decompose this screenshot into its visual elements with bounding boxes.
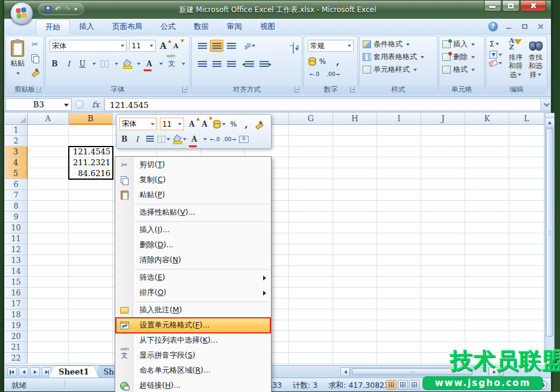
- menu-item-设置单元格格式[interactable]: 设置单元格格式(F)...: [115, 318, 271, 333]
- normal-view-button[interactable]: [386, 380, 396, 390]
- menu-item-排序[interactable]: 排序(O): [115, 285, 271, 300]
- clear-button[interactable]: [489, 61, 502, 66]
- insert-cells-button[interactable]: 插入: [442, 39, 475, 49]
- office-button[interactable]: [10, 2, 33, 25]
- column-header-H[interactable]: H: [333, 113, 377, 125]
- vertical-scrollbar[interactable]: [545, 113, 555, 365]
- mini-italic-button[interactable]: I: [132, 133, 142, 145]
- menu-item-插入批注[interactable]: 插入批注(M): [115, 303, 271, 318]
- fill-button[interactable]: [489, 51, 502, 58]
- align-bottom-button[interactable]: [224, 40, 238, 52]
- tab-数据[interactable]: 数据: [185, 19, 218, 34]
- row-header-16[interactable]: 16: [5, 288, 28, 299]
- tab-开始[interactable]: 开始: [36, 19, 70, 34]
- align-top-button[interactable]: [196, 40, 209, 52]
- row-header-5[interactable]: 5: [5, 168, 28, 179]
- mini-decrease-decimal-button[interactable]: .00→: [223, 133, 236, 145]
- name-box-dropdown-icon[interactable]: [64, 104, 69, 107]
- bold-button[interactable]: B: [49, 58, 60, 69]
- previous-sheet-icon[interactable]: [19, 367, 28, 376]
- font-size-combo[interactable]: 11: [129, 40, 156, 52]
- first-sheet-icon[interactable]: [7, 367, 17, 376]
- column-header-G[interactable]: G: [289, 113, 333, 125]
- paste-button[interactable]: 粘贴: [8, 39, 27, 84]
- help-icon[interactable]: ?: [488, 22, 498, 31]
- tab-视图[interactable]: 视图: [251, 19, 284, 34]
- row-header-3[interactable]: 3: [5, 147, 28, 157]
- vscroll-split-handle[interactable]: [546, 113, 554, 118]
- mini-percent-button[interactable]: %: [229, 118, 238, 130]
- row-header-11[interactable]: 11: [5, 233, 28, 244]
- row-header-6[interactable]: 6: [5, 179, 28, 190]
- restore-button[interactable]: [502, 1, 520, 11]
- mini-borders-button[interactable]: [158, 133, 170, 145]
- merge-center-button[interactable]: [293, 45, 299, 53]
- autosum-button[interactable]: Σ: [489, 39, 502, 48]
- column-header-J[interactable]: J: [421, 113, 465, 125]
- row-header-20[interactable]: 20: [5, 331, 28, 342]
- sort-filter-button[interactable]: AZ 排序和筛选: [506, 38, 526, 79]
- orientation-button[interactable]: ab: [243, 40, 256, 52]
- conditional-formatting-button[interactable]: 条件格式: [363, 39, 424, 49]
- column-header-L[interactable]: L: [509, 113, 544, 125]
- align-left-button[interactable]: [196, 58, 209, 70]
- row-header-4[interactable]: 4: [5, 157, 28, 168]
- last-sheet-icon[interactable]: [42, 367, 51, 376]
- mini-grow-font-button[interactable]: A▲: [187, 118, 197, 130]
- formula-input[interactable]: 121.4545: [104, 98, 540, 111]
- workbook-restore-icon[interactable]: [521, 23, 529, 30]
- cut-button[interactable]: ✂: [29, 39, 41, 49]
- insert-function-icon[interactable]: fx: [88, 98, 104, 111]
- close-button[interactable]: [520, 1, 546, 11]
- italic-button[interactable]: I: [63, 58, 74, 69]
- menu-item-命名单元格区域[interactable]: 命名单元格区域(R)...: [115, 363, 271, 378]
- font-dialog-launcher-icon[interactable]: [182, 87, 188, 92]
- row-header-14[interactable]: 14: [5, 266, 28, 277]
- grow-font-button[interactable]: A▲: [158, 40, 168, 52]
- mini-format-painter-button[interactable]: [254, 118, 264, 130]
- mini-increase-decimal-button[interactable]: ←.0: [210, 133, 220, 145]
- alignment-dialog-launcher-icon[interactable]: [294, 87, 300, 92]
- page-layout-view-button[interactable]: [398, 380, 408, 390]
- tab-公式[interactable]: 公式: [151, 19, 185, 34]
- decrease-decimal-button[interactable]: .00→: [325, 70, 342, 78]
- menu-item-选择性粘贴[interactable]: 选择性粘贴(V)...: [115, 205, 271, 220]
- row-header-1[interactable]: 1: [5, 125, 28, 136]
- next-sheet-icon[interactable]: [30, 367, 40, 376]
- row-header-8[interactable]: 8: [5, 201, 28, 212]
- menu-item-从下拉列表中选择[interactable]: 从下拉列表中选择(K)...: [115, 333, 271, 348]
- column-header-K[interactable]: K: [465, 113, 509, 125]
- mini-font-size-combo[interactable]: 11: [160, 118, 184, 130]
- workbook-close-icon[interactable]: [536, 23, 545, 30]
- underline-button[interactable]: U: [77, 58, 88, 69]
- cell-styles-button[interactable]: 单元格样式: [363, 65, 424, 75]
- row-header-21[interactable]: 21: [5, 342, 28, 353]
- shrink-font-button[interactable]: A▼: [171, 40, 181, 52]
- format-as-table-button[interactable]: 套用表格格式: [363, 52, 424, 62]
- scroll-up-icon[interactable]: [546, 118, 554, 128]
- mini-font-name-combo[interactable]: 宋体: [119, 118, 157, 130]
- accounting-format-button[interactable]: [308, 57, 313, 66]
- menu-item-粘贴[interactable]: 粘贴(P): [115, 188, 271, 203]
- row-header-19[interactable]: 19: [5, 320, 28, 331]
- minimize-button[interactable]: [484, 1, 501, 11]
- comma-style-button[interactable]: ,: [332, 55, 343, 67]
- font-color-button[interactable]: A: [144, 58, 154, 69]
- menu-item-插入[interactable]: 插入(I)...: [115, 223, 271, 238]
- column-header-B[interactable]: B: [69, 113, 113, 125]
- fill-color-button[interactable]: [122, 58, 132, 69]
- menu-item-筛选[interactable]: 筛选(E): [115, 270, 271, 285]
- menu-item-复制[interactable]: 复制(C): [115, 172, 271, 188]
- row-header-9[interactable]: 9: [5, 212, 28, 223]
- mini-comma-button[interactable]: ,: [241, 118, 251, 130]
- row-header-10[interactable]: 10: [5, 223, 28, 233]
- mini-font-color-button[interactable]: A: [189, 133, 199, 145]
- tab-页面布局[interactable]: 页面布局: [103, 19, 151, 34]
- mini-center-button[interactable]: [145, 133, 154, 145]
- menu-item-显示拼音字段[interactable]: wén文显示拼音字段(S): [115, 348, 271, 363]
- tab-审阅[interactable]: 审阅: [218, 19, 251, 34]
- menu-item-超链接[interactable]: 超链接(H)...: [115, 378, 271, 392]
- workbook-minimize-icon[interactable]: [505, 23, 514, 30]
- menu-item-删除[interactable]: 删除(D)...: [115, 238, 271, 253]
- menu-item-剪切[interactable]: ✂剪切(T): [115, 157, 271, 172]
